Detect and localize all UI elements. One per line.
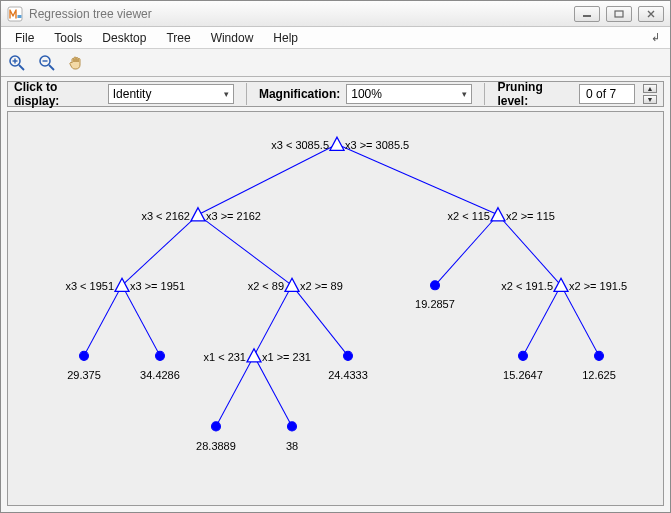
menu-tools[interactable]: Tools [46, 29, 90, 47]
split-condition-right: x3 >= 3085.5 [345, 139, 409, 151]
menu-tree[interactable]: Tree [158, 29, 198, 47]
tree-edge [561, 285, 599, 356]
divider [484, 83, 485, 105]
menu-file[interactable]: File [7, 29, 42, 47]
toolbar [1, 49, 670, 77]
pruning-level-spinner: ▲ ▼ [643, 84, 657, 104]
split-node[interactable] [491, 208, 505, 221]
split-node[interactable] [247, 349, 261, 362]
leaf-node[interactable] [344, 351, 353, 360]
leaf-node[interactable] [212, 422, 221, 431]
menu-window[interactable]: Window [203, 29, 262, 47]
tree-edge [337, 144, 498, 215]
tree-edge [498, 215, 561, 286]
leaf-node[interactable] [288, 422, 297, 431]
zoom-in-icon[interactable] [7, 53, 27, 73]
leaf-node[interactable] [80, 351, 89, 360]
tree-edge [122, 285, 160, 356]
split-condition-right: x3 >= 2162 [206, 210, 261, 222]
svg-rect-3 [615, 11, 623, 17]
split-condition-right: x2 >= 115 [506, 210, 555, 222]
tree-edge [523, 285, 561, 356]
controls-bar: Click to display: Identity ▾ Magnificati… [7, 81, 664, 107]
split-condition-left: x3 < 1951 [65, 280, 114, 292]
leaf-value: 28.3889 [196, 440, 236, 452]
tree-edge [292, 285, 348, 356]
click-to-display-select[interactable]: Identity ▾ [108, 84, 234, 104]
leaf-node[interactable] [431, 281, 440, 290]
tree-svg: x3 < 3085.5x3 >= 3085.5x3 < 2162x3 >= 21… [8, 112, 663, 505]
split-condition-left: x3 < 2162 [141, 210, 190, 222]
svg-rect-1 [18, 15, 22, 18]
tree-edge [198, 144, 337, 215]
leaf-node[interactable] [595, 351, 604, 360]
pruning-level-label: Pruning level: [497, 80, 573, 108]
split-condition-left: x2 < 191.5 [501, 280, 553, 292]
leaf-value: 15.2647 [503, 369, 543, 381]
leaf-value: 24.4333 [328, 369, 368, 381]
chevron-down-icon: ▾ [218, 89, 229, 99]
tree-edge [216, 356, 254, 427]
magnification-label: Magnification: [259, 87, 340, 101]
split-node[interactable] [191, 208, 205, 221]
tree-edge [84, 285, 122, 356]
leaf-value: 12.625 [582, 369, 616, 381]
pan-hand-icon[interactable] [67, 53, 87, 73]
split-node[interactable] [330, 137, 344, 150]
leaf-value: 29.375 [67, 369, 101, 381]
magnification-value: 100% [351, 87, 382, 101]
split-condition-left: x1 < 231 [204, 351, 246, 363]
svg-line-9 [49, 65, 54, 70]
svg-line-5 [19, 65, 24, 70]
tree-edge [254, 356, 292, 427]
split-condition-right: x2 >= 191.5 [569, 280, 627, 292]
pruning-level-down-button[interactable]: ▼ [643, 95, 657, 104]
leaf-value: 34.4286 [140, 369, 180, 381]
zoom-out-icon[interactable] [37, 53, 57, 73]
dock-undock-icon[interactable]: ↲ [647, 31, 664, 44]
menubar: File Tools Desktop Tree Window Help ↲ [1, 27, 670, 49]
chevron-down-icon: ▾ [456, 89, 467, 99]
close-button[interactable] [638, 6, 664, 22]
leaf-value: 38 [286, 440, 298, 452]
tree-edge [198, 215, 292, 286]
titlebar: Regression tree viewer [1, 1, 670, 27]
tree-edge [435, 215, 498, 286]
split-condition-left: x2 < 115 [448, 210, 490, 222]
tree-edge [122, 215, 198, 286]
split-condition-right: x2 >= 89 [300, 280, 343, 292]
split-condition-right: x1 >= 231 [262, 351, 311, 363]
pruning-level-up-button[interactable]: ▲ [643, 84, 657, 93]
app-window: Regression tree viewer File Tools Deskto… [0, 0, 671, 513]
tree-edge [254, 285, 292, 356]
leaf-node[interactable] [156, 351, 165, 360]
leaf-value: 19.2857 [415, 298, 455, 310]
magnification-select[interactable]: 100% ▾ [346, 84, 472, 104]
pruning-level-value-box: 0 of 7 [579, 84, 635, 104]
window-controls [574, 6, 664, 22]
divider [246, 83, 247, 105]
click-to-display-value: Identity [113, 87, 152, 101]
split-condition-right: x3 >= 1951 [130, 280, 185, 292]
split-condition-left: x2 < 89 [248, 280, 284, 292]
split-node[interactable] [285, 278, 299, 291]
window-title: Regression tree viewer [29, 7, 568, 21]
leaf-node[interactable] [519, 351, 528, 360]
pruning-level-value: 0 of 7 [586, 87, 616, 101]
app-icon [7, 6, 23, 22]
minimize-button[interactable] [574, 6, 600, 22]
menu-help[interactable]: Help [265, 29, 306, 47]
menu-desktop[interactable]: Desktop [94, 29, 154, 47]
maximize-button[interactable] [606, 6, 632, 22]
click-to-display-label: Click to display: [14, 80, 102, 108]
tree-canvas[interactable]: x3 < 3085.5x3 >= 3085.5x3 < 2162x3 >= 21… [7, 111, 664, 506]
svg-rect-2 [583, 15, 591, 17]
split-condition-left: x3 < 3085.5 [271, 139, 329, 151]
